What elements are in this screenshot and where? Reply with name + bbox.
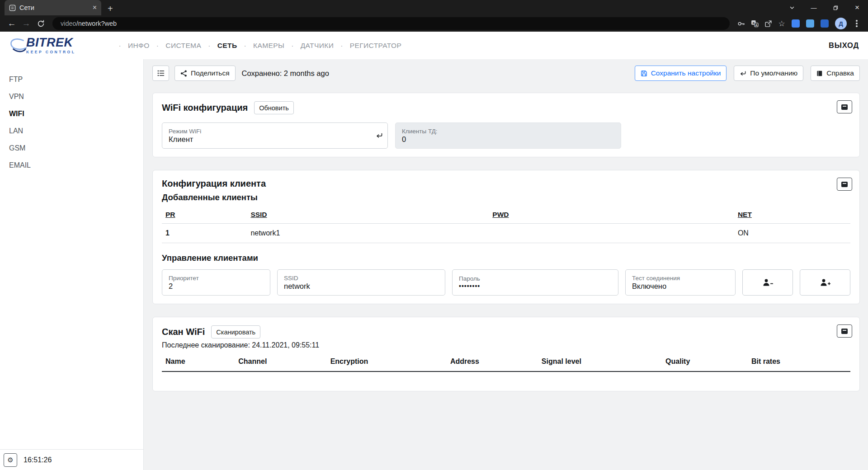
priority-field[interactable]: Приоритет 2 bbox=[162, 269, 270, 296]
wifi-mode-label: Режим WiFi bbox=[169, 128, 381, 135]
password-label: Пароль bbox=[459, 275, 612, 282]
share-icon[interactable] bbox=[761, 17, 775, 30]
sidebar-item-lan[interactable]: LAN bbox=[0, 122, 143, 140]
defaults-button[interactable]: По умолчанию bbox=[734, 66, 803, 81]
remove-client-button[interactable] bbox=[742, 269, 793, 296]
logo-tagline: KEEP CONTROL bbox=[26, 50, 75, 54]
password-key-icon[interactable] bbox=[734, 17, 748, 30]
help-label: Справка bbox=[826, 69, 854, 77]
card-title: WiFi конфигурация bbox=[162, 103, 248, 113]
col-ssid: SSID bbox=[250, 211, 492, 219]
nav-item-system[interactable]: СИСТЕМА bbox=[150, 42, 201, 50]
sidebar-item-vpn[interactable]: VPN bbox=[0, 88, 143, 105]
collapse-icon bbox=[841, 181, 848, 188]
defaults-label: По умолчанию bbox=[750, 69, 797, 77]
ap-clients-field: Клиенты ТД: 0 bbox=[395, 122, 621, 149]
share-label: Поделиться bbox=[191, 69, 230, 77]
saved-status: Сохранено: 2 months ago bbox=[242, 69, 329, 78]
nav-item-network[interactable]: СЕТЬ bbox=[201, 42, 237, 50]
cell-ssid: network1 bbox=[250, 229, 492, 237]
help-button[interactable]: Справка bbox=[811, 66, 860, 81]
bitrek-logo[interactable]: BITREK KEEP CONTROL bbox=[9, 36, 75, 55]
table-row: 1 network1 ON bbox=[162, 224, 850, 243]
ap-clients-label: Клиенты ТД: bbox=[402, 128, 614, 135]
settings-gear-button[interactable]: ⚙ bbox=[4, 453, 17, 467]
refresh-button[interactable]: Обновить bbox=[254, 101, 294, 114]
col-name: Name bbox=[165, 357, 238, 366]
forward-button[interactable]: → bbox=[19, 17, 33, 30]
logout-button[interactable]: ВЫХОД bbox=[829, 41, 859, 50]
reset-arrow-icon bbox=[376, 132, 383, 139]
col-channel: Channel bbox=[238, 357, 330, 366]
sidebar-item-email[interactable]: EMAIL bbox=[0, 157, 143, 174]
last-scan-text: Последнее сканирование: 24.11.2021, 09:5… bbox=[162, 341, 850, 349]
password-field[interactable]: Пароль •••••••• bbox=[452, 269, 618, 296]
menu-list-button[interactable] bbox=[152, 66, 169, 81]
wifi-mode-value: Клиент bbox=[169, 135, 381, 144]
tab-strip: Сети × + — × bbox=[0, 0, 868, 15]
connection-test-field[interactable]: Тест соединения Включено bbox=[625, 269, 736, 296]
new-tab-button[interactable]: + bbox=[108, 4, 113, 13]
nav-item-info[interactable]: ИНФО bbox=[112, 42, 149, 50]
browser-toolbar: ← → video/network?web aA ☆ Д bbox=[0, 15, 868, 32]
book-icon bbox=[816, 70, 823, 77]
extension-icon[interactable] bbox=[806, 19, 814, 28]
col-address: Address bbox=[450, 357, 542, 366]
collapse-card-button[interactable] bbox=[837, 100, 852, 113]
main-nav: ИНФО СИСТЕМА СЕТЬ КАМЕРЫ ДАТЧИКИ РЕГИСТР… bbox=[112, 42, 401, 50]
window-controls: — × bbox=[781, 0, 868, 15]
wifi-mode-field[interactable]: Режим WiFi Клиент bbox=[162, 122, 388, 149]
nav-item-cameras[interactable]: КАМЕРЫ bbox=[237, 42, 284, 50]
app-header: BITREK KEEP CONTROL ИНФО СИСТЕМА СЕТЬ КА… bbox=[0, 32, 868, 59]
sidebar-item-ftp[interactable]: FTP bbox=[0, 71, 143, 88]
address-bar[interactable]: video/network?web bbox=[52, 17, 730, 30]
menu-kebab-icon[interactable] bbox=[850, 17, 863, 30]
ssid-value: network bbox=[284, 282, 439, 291]
save-settings-button[interactable]: Сохранить настройки bbox=[635, 66, 727, 81]
added-clients-title: Добавленные клиенты bbox=[162, 193, 850, 202]
col-net: NET bbox=[738, 211, 847, 219]
browser-tab[interactable]: Сети × bbox=[5, 0, 101, 15]
connection-test-value: Включено bbox=[632, 282, 729, 291]
scan-button[interactable]: Сканировать bbox=[211, 325, 260, 338]
share-nodes-icon bbox=[180, 70, 187, 77]
scan-table-empty-body bbox=[162, 372, 850, 383]
translate-icon[interactable]: aA bbox=[748, 17, 761, 30]
reset-arrow-icon bbox=[740, 70, 746, 77]
extension-icon[interactable] bbox=[821, 19, 829, 28]
col-pwd: PWD bbox=[492, 211, 738, 219]
collapse-icon bbox=[841, 328, 848, 334]
client-config-card: Конфигурация клиента Добавленные клиенты… bbox=[152, 170, 860, 304]
back-button[interactable]: ← bbox=[5, 17, 19, 30]
manage-clients-title: Управление клиентами bbox=[162, 253, 850, 263]
extension-icon[interactable] bbox=[792, 19, 800, 28]
ssid-field[interactable]: SSID network bbox=[277, 269, 445, 296]
chevron-down-icon[interactable] bbox=[781, 0, 803, 15]
tab-close-icon[interactable]: × bbox=[93, 4, 97, 11]
list-icon bbox=[157, 70, 165, 76]
nav-item-registrar[interactable]: РЕГИСТРАТОР bbox=[334, 42, 401, 50]
sidebar-item-wifi[interactable]: WIFI bbox=[0, 105, 143, 122]
col-bitrates: Bit rates bbox=[751, 357, 847, 366]
cell-net: ON bbox=[738, 229, 847, 237]
reload-button[interactable] bbox=[33, 17, 48, 30]
priority-value: 2 bbox=[169, 282, 264, 291]
logo-name: BITREK bbox=[26, 37, 75, 49]
sidebar-item-gsm[interactable]: GSM bbox=[0, 140, 143, 157]
connection-test-label: Тест соединения bbox=[632, 275, 729, 282]
sidebar: FTP VPN WIFI LAN GSM EMAIL ⚙ 16:51:26 bbox=[0, 59, 144, 470]
profile-avatar[interactable]: Д bbox=[835, 18, 847, 29]
main-content: Поделиться Сохранено: 2 months ago Сохра… bbox=[144, 59, 868, 470]
clock: 16:51:26 bbox=[24, 456, 52, 464]
field-reset-button[interactable] bbox=[376, 132, 383, 139]
bookmark-star-icon[interactable]: ☆ bbox=[775, 17, 788, 30]
window-close-button[interactable]: × bbox=[846, 0, 868, 15]
window-restore-button[interactable] bbox=[825, 0, 846, 15]
content-toolbar: Поделиться Сохранено: 2 months ago Сохра… bbox=[152, 66, 860, 81]
collapse-card-button[interactable] bbox=[837, 178, 852, 191]
add-client-button[interactable] bbox=[800, 269, 850, 296]
window-minimize-button[interactable]: — bbox=[803, 0, 825, 15]
nav-item-sensors[interactable]: ДАТЧИКИ bbox=[284, 42, 334, 50]
share-page-button[interactable]: Поделиться bbox=[175, 66, 236, 81]
collapse-card-button[interactable] bbox=[837, 324, 852, 338]
